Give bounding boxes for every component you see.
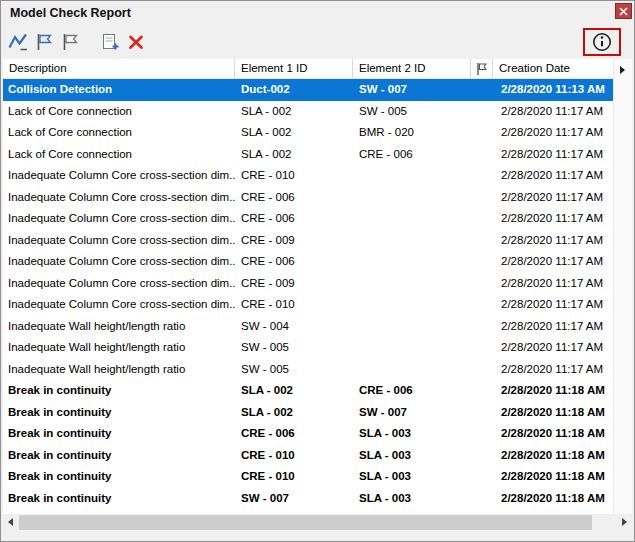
table-row[interactable]: Inadequate Column Core cross-section dim… [3, 251, 615, 273]
table-row[interactable]: Inadequate Wall height/length ratioSW - … [3, 337, 615, 359]
cell-description: Inadequate Column Core cross-section dim… [3, 208, 235, 230]
table-row[interactable]: Inadequate Column Core cross-section dim… [3, 273, 615, 295]
vertical-scrollbar[interactable] [613, 59, 632, 514]
column-header-flag[interactable] [471, 59, 493, 78]
cell-description: Lack of Core connection [3, 144, 235, 166]
report-table-body: Collision DetectionDuct-002SW - 0072/28/… [3, 79, 615, 514]
horizontal-scroll-thumb[interactable] [19, 515, 592, 530]
cell-date: 2/28/2020 11:17 AM [493, 251, 615, 273]
table-row[interactable]: Inadequate Column Core cross-section dim… [3, 208, 615, 230]
toolbar [1, 25, 634, 59]
cell-flag [471, 466, 493, 488]
info-button[interactable] [589, 29, 615, 55]
cell-el2 [353, 230, 471, 252]
cell-el2: CRE - 006 [353, 380, 471, 402]
cell-el2 [353, 359, 471, 381]
cell-el2: SLA - 003 [353, 423, 471, 445]
cell-el2 [353, 316, 471, 338]
cell-description: Inadequate Column Core cross-section dim… [3, 251, 235, 273]
cell-description: Lack of Core connection [3, 101, 235, 123]
cell-description: Collision Detection [3, 79, 235, 101]
cell-flag [471, 359, 493, 381]
cell-el1: CRE - 006 [235, 251, 353, 273]
cell-description: Break in continuity [3, 466, 235, 488]
table-row[interactable]: Break in continuityCRE - 006SLA - 0032/2… [3, 423, 615, 445]
column-header-description[interactable]: Description [3, 59, 235, 78]
cell-el1: CRE - 009 [235, 273, 353, 295]
cell-el2: SW - 007 [353, 402, 471, 424]
cell-description: Inadequate Wall height/length ratio [3, 316, 235, 338]
table-row[interactable]: Break in continuityCRE - 010SLA - 0032/2… [3, 445, 615, 467]
cell-date: 2/28/2020 11:17 AM [493, 208, 615, 230]
cell-date: 2/28/2020 11:18 AM [493, 423, 615, 445]
table-row[interactable]: Inadequate Column Core cross-section dim… [3, 230, 615, 252]
cell-flag [471, 187, 493, 209]
cell-date: 2/28/2020 11:18 AM [493, 402, 615, 424]
window-title: Model Check Report [10, 6, 131, 20]
cell-date: 2/28/2020 11:17 AM [493, 165, 615, 187]
column-header-date[interactable]: Creation Date [493, 59, 615, 78]
table-row[interactable]: Inadequate Column Core cross-section dim… [3, 165, 615, 187]
annotation-highlight [583, 28, 621, 56]
table-row[interactable]: Lack of Core connectionSLA - 002SW - 005… [3, 101, 615, 123]
cell-date: 2/28/2020 11:18 AM [493, 466, 615, 488]
table-row[interactable]: Break in continuitySLA - 002SW - 0072/28… [3, 402, 615, 424]
cell-el1: SLA - 002 [235, 380, 353, 402]
table-row[interactable]: Lack of Core connectionSLA - 002BMR - 02… [3, 122, 615, 144]
cell-flag [471, 423, 493, 445]
scroll-left-arrow[interactable] [8, 518, 13, 526]
cell-el1: SLA - 002 [235, 144, 353, 166]
cell-el2: SLA - 003 [353, 466, 471, 488]
column-header-element1[interactable]: Element 1 ID [235, 59, 353, 78]
table-row[interactable]: Inadequate Wall height/length ratioSW - … [3, 316, 615, 338]
table-row[interactable]: Collision DetectionDuct-002SW - 0072/28/… [3, 79, 615, 101]
cell-el1: CRE - 010 [235, 165, 353, 187]
report-table: Description Element 1 ID Element 2 ID Cr… [3, 59, 615, 514]
column-header-element2[interactable]: Element 2 ID [353, 59, 471, 78]
flag-unmark-button[interactable] [57, 29, 83, 55]
cell-el2 [353, 273, 471, 295]
add-report-button[interactable] [97, 29, 123, 55]
table-row[interactable]: Inadequate Column Core cross-section dim… [3, 187, 615, 209]
delete-button[interactable] [123, 29, 149, 55]
cell-el2 [353, 337, 471, 359]
cell-description: Inadequate Column Core cross-section dim… [3, 294, 235, 316]
table-row[interactable]: Break in continuitySW - 007SLA - 0032/28… [3, 488, 615, 510]
cell-el2: SW - 007 [353, 79, 471, 101]
cell-flag [471, 230, 493, 252]
flag-mark-icon [33, 31, 55, 53]
cell-el1: SW - 005 [235, 359, 353, 381]
table-row[interactable]: Inadequate Wall height/length ratioSW - … [3, 359, 615, 381]
cell-el1: SW - 005 [235, 337, 353, 359]
cell-el1: CRE - 010 [235, 466, 353, 488]
table-row[interactable]: Inadequate Column Core cross-section dim… [3, 294, 615, 316]
table-row[interactable]: Lack of Core connectionSLA - 002CRE - 00… [3, 144, 615, 166]
table-row[interactable]: Break in continuityCRE - 010SLA - 0032/2… [3, 466, 615, 488]
cell-date: 2/28/2020 11:17 AM [493, 144, 615, 166]
cell-flag [471, 101, 493, 123]
scroll-more-arrow[interactable] [620, 66, 625, 74]
close-button[interactable] [615, 3, 632, 19]
cell-date: 2/28/2020 11:17 AM [493, 316, 615, 338]
cell-flag [471, 445, 493, 467]
scroll-right-arrow[interactable] [622, 518, 627, 526]
cell-el2: BMR - 020 [353, 122, 471, 144]
horizontal-scrollbar[interactable] [3, 514, 632, 531]
table-row[interactable]: Break in continuitySLA - 002CRE - 0062/2… [3, 380, 615, 402]
cell-description: Inadequate Wall height/length ratio [3, 337, 235, 359]
cell-description: Inadequate Column Core cross-section dim… [3, 187, 235, 209]
cell-description: Break in continuity [3, 423, 235, 445]
cell-date: 2/28/2020 11:17 AM [493, 101, 615, 123]
cell-el1: SLA - 002 [235, 101, 353, 123]
table-header-row: Description Element 1 ID Element 2 ID Cr… [3, 59, 615, 79]
cell-flag [471, 165, 493, 187]
cell-el2: SLA - 003 [353, 488, 471, 510]
model-check-button[interactable] [5, 29, 31, 55]
cell-date: 2/28/2020 11:13 AM [493, 79, 615, 101]
model-check-report-window: Model Check Report [0, 0, 635, 542]
cell-date: 2/28/2020 11:17 AM [493, 337, 615, 359]
cell-flag [471, 144, 493, 166]
flag-mark-button[interactable] [31, 29, 57, 55]
cell-description: Break in continuity [3, 380, 235, 402]
cell-el1: CRE - 010 [235, 294, 353, 316]
